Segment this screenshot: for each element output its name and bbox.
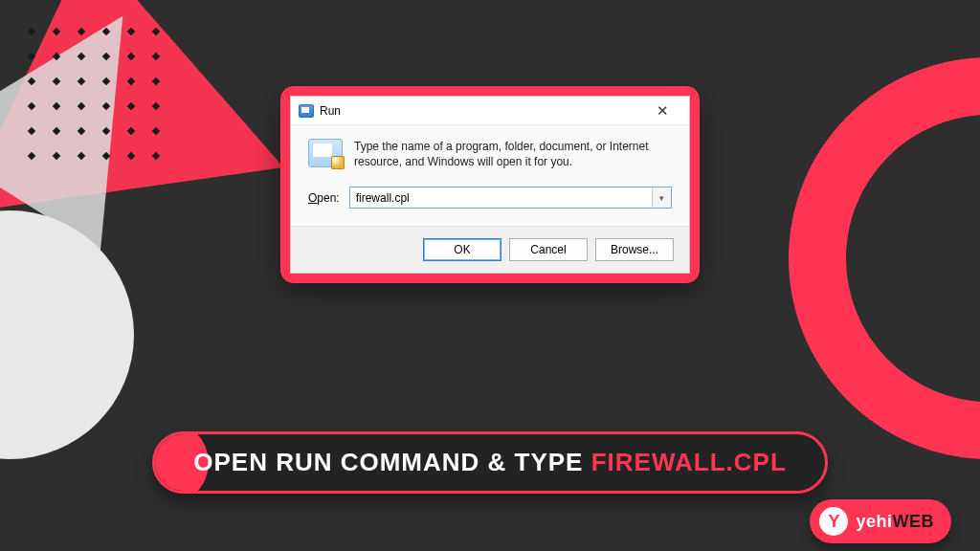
dialog-body: Type the name of a program, folder, docu… — [291, 125, 689, 226]
run-large-icon — [308, 139, 343, 167]
brand-name-sub: WEB — [893, 512, 935, 531]
caption-container: OPEN RUN COMMAND & TYPE FIREWALL.CPL — [0, 431, 980, 494]
close-button[interactable]: ✕ — [643, 102, 681, 120]
caption-prefix: OPEN RUN COMMAND & TYPE — [193, 448, 590, 476]
ok-button[interactable]: OK — [423, 238, 501, 261]
bg-circle-light — [0, 210, 134, 459]
dialog-title: Run — [320, 104, 643, 118]
brand-mark-icon: Y — [819, 507, 848, 536]
browse-button[interactable]: Browse... — [595, 238, 674, 261]
run-dialog: Run ✕ Type the name of a program, folder… — [290, 96, 690, 274]
caption-pill: OPEN RUN COMMAND & TYPE FIREWALL.CPL — [152, 431, 828, 494]
caption-highlight: FIREWALL.CPL — [591, 448, 787, 476]
bg-circle-red-outline — [789, 57, 980, 459]
caption-text: OPEN RUN COMMAND & TYPE FIREWALL.CPL — [193, 448, 787, 477]
open-combobox[interactable]: ▾ — [349, 187, 672, 209]
titlebar[interactable]: Run ✕ — [291, 97, 689, 125]
dialog-prompt: Type the name of a program, folder, docu… — [354, 139, 672, 169]
open-label: Open: — [308, 191, 340, 205]
brand-name: yehiWEB — [856, 512, 934, 532]
bg-dot-grid — [29, 29, 165, 165]
cancel-button[interactable]: Cancel — [509, 238, 588, 261]
run-icon — [299, 104, 314, 118]
open-input[interactable] — [350, 187, 652, 208]
brand-name-main: yehi — [856, 512, 892, 531]
chevron-down-icon[interactable]: ▾ — [652, 187, 671, 208]
dialog-footer: OK Cancel Browse... — [291, 226, 689, 273]
dialog-frame: Run ✕ Type the name of a program, folder… — [280, 86, 700, 283]
brand-badge: Y yehiWEB — [810, 499, 951, 543]
